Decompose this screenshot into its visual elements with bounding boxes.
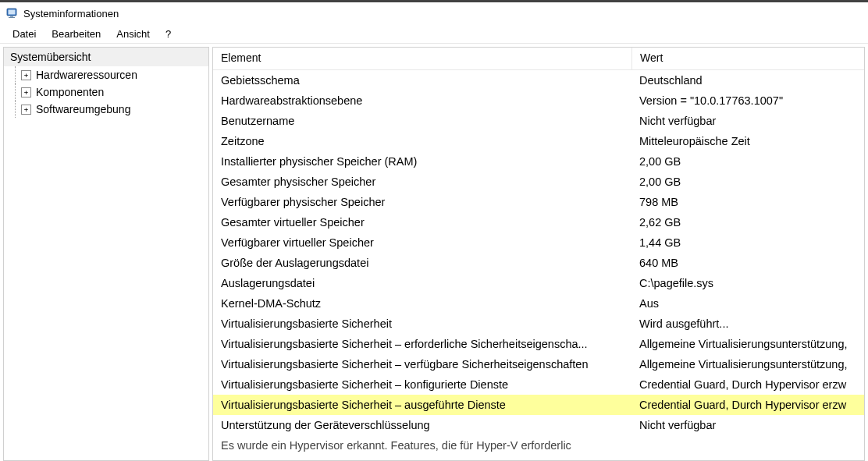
cell-element: Virtualisierungsbasierte Sicherheit – ve… — [213, 358, 631, 371]
cell-wert: Aus — [631, 297, 864, 310]
cell-wert: Credential Guard, Durch Hypervisor erzw — [631, 378, 864, 391]
cell-element: Hardwareabstraktionsebene — [213, 94, 631, 107]
cell-element: Unterstützung der Geräteverschlüsselung — [213, 419, 631, 431]
cell-wert: 798 MB — [631, 196, 864, 208]
cell-element: Virtualisierungsbasierte Sicherheit – ko… — [213, 378, 631, 391]
cell-wert: Credential Guard, Durch Hypervisor erzw — [631, 399, 864, 411]
cell-element: Es wurde ein Hypervisor erkannt. Feature… — [213, 439, 631, 452]
cell-wert: 2,00 GB — [631, 155, 864, 168]
svg-rect-1 — [9, 10, 16, 15]
menu-bar: Datei Bearbeiten Ansicht ? — [0, 24, 868, 43]
table-row[interactable]: Gesamter physischer Speicher2,00 GB — [213, 172, 864, 192]
col-header-element[interactable]: Element — [213, 48, 631, 69]
cell-wert: Allgemeine Virtualisierungsunterstützung… — [631, 358, 864, 371]
tree-pane[interactable]: Systemübersicht + Hardwareressourcen + K… — [3, 47, 209, 461]
table-row[interactable]: Virtualisierungsbasierte Sicherheit – au… — [213, 395, 864, 415]
cell-wert: Version = "10.0.17763.1007" — [631, 94, 864, 107]
cell-element: Auslagerungsdatei — [213, 277, 631, 289]
table-row[interactable]: Verfügbarer physischer Speicher798 MB — [213, 192, 864, 212]
list-body[interactable]: GebietsschemaDeutschlandHardwareabstrakt… — [213, 70, 864, 460]
table-row[interactable]: ZeitzoneMitteleuropäische Zeit — [213, 131, 864, 151]
tree-root[interactable]: Systemübersicht — [4, 48, 208, 66]
cell-element: Zeitzone — [213, 135, 631, 147]
cell-element: Gebietsschema — [213, 74, 631, 87]
tree-item-softwareumgebung[interactable]: + Softwareumgebung — [10, 101, 208, 118]
table-row[interactable]: BenutzernameNicht verfügbar — [213, 111, 864, 131]
cell-wert: C:\pagefile.sys — [631, 277, 864, 289]
cell-element: Verfügbarer physischer Speicher — [213, 196, 631, 208]
tree-line-icon — [10, 83, 21, 101]
table-row[interactable]: Verfügbarer virtueller Speicher1,44 GB — [213, 232, 864, 253]
cell-element: Virtualisierungsbasierte Sicherheit – au… — [213, 399, 631, 411]
table-row[interactable]: Installierter physischer Speicher (RAM)2… — [213, 151, 864, 172]
col-header-wert[interactable]: Wert — [631, 48, 864, 69]
cell-element: Installierter physischer Speicher (RAM) — [213, 155, 631, 168]
cell-wert: Nicht verfügbar — [631, 115, 864, 127]
cell-wert: Allgemeine Virtualisierungsunterstützung… — [631, 338, 864, 350]
menu-help[interactable]: ? — [158, 27, 179, 41]
cell-element: Größe der Auslagerungsdatei — [213, 257, 631, 269]
cell-element: Kernel-DMA-Schutz — [213, 297, 631, 310]
table-row[interactable]: HardwareabstraktionsebeneVersion = "10.0… — [213, 90, 864, 111]
cell-wert: Wird ausgeführt... — [631, 317, 864, 330]
svg-rect-2 — [10, 16, 13, 17]
tree-item-label: Hardwareressourcen — [36, 69, 137, 81]
menu-file[interactable]: Datei — [5, 27, 44, 41]
cell-wert: 2,62 GB — [631, 216, 864, 229]
tree-line-icon — [10, 66, 21, 83]
table-row[interactable]: Virtualisierungsbasierte Sicherheit – er… — [213, 334, 864, 354]
cell-wert: 2,00 GB — [631, 176, 864, 188]
table-row[interactable]: Es wurde ein Hypervisor erkannt. Feature… — [213, 435, 864, 456]
title-bar: Systeminformationen — [0, 0, 868, 24]
table-row[interactable]: Virtualisierungsbasierte Sicherheit – ko… — [213, 374, 864, 395]
cell-element: Verfügbarer virtueller Speicher — [213, 236, 631, 249]
tree-item-label: Komponenten — [36, 86, 104, 98]
tree-item-label: Softwareumgebung — [36, 103, 130, 115]
tree-expander-icon[interactable]: + — [21, 105, 31, 115]
app-icon — [6, 7, 19, 20]
table-row[interactable]: GebietsschemaDeutschland — [213, 70, 864, 90]
cell-wert: 640 MB — [631, 257, 864, 269]
tree-expander-icon[interactable]: + — [21, 70, 31, 80]
list-header: Element Wert — [213, 48, 864, 70]
cell-wert: 1,44 GB — [631, 236, 864, 249]
cell-element: Virtualisierungsbasierte Sicherheit – er… — [213, 338, 631, 350]
cell-element: Virtualisierungsbasierte Sicherheit — [213, 317, 631, 330]
table-row[interactable]: Unterstützung der GeräteverschlüsselungN… — [213, 415, 864, 435]
svg-rect-3 — [9, 17, 15, 18]
content-area: Systemübersicht + Hardwareressourcen + K… — [0, 43, 868, 461]
table-row[interactable]: AuslagerungsdateiC:\pagefile.sys — [213, 273, 864, 293]
cell-wert: Nicht verfügbar — [631, 419, 864, 431]
cell-element: Gesamter physischer Speicher — [213, 176, 631, 188]
menu-view[interactable]: Ansicht — [108, 27, 158, 41]
tree-expander-icon[interactable]: + — [21, 87, 31, 98]
cell-wert: Mitteleuropäische Zeit — [631, 135, 864, 147]
table-row[interactable]: Gesamter virtueller Speicher2,62 GB — [213, 212, 864, 232]
cell-wert: Deutschland — [631, 74, 864, 87]
tree-line-icon — [10, 101, 21, 118]
table-row[interactable]: Virtualisierungsbasierte Sicherheit – ve… — [213, 354, 864, 374]
tree-children: + Hardwareressourcen + Komponenten + Sof… — [4, 66, 208, 118]
cell-element: Gesamter virtueller Speicher — [213, 216, 631, 229]
table-row[interactable]: Virtualisierungsbasierte SicherheitWird … — [213, 314, 864, 334]
list-pane: Element Wert GebietsschemaDeutschlandHar… — [212, 47, 865, 461]
window-title: Systeminformationen — [23, 8, 119, 20]
table-row[interactable]: Größe der Auslagerungsdatei640 MB — [213, 253, 864, 273]
table-row[interactable]: Kernel-DMA-SchutzAus — [213, 293, 864, 314]
tree-item-komponenten[interactable]: + Komponenten — [10, 83, 208, 101]
tree-item-hardwareressourcen[interactable]: + Hardwareressourcen — [10, 66, 208, 83]
menu-edit[interactable]: Bearbeiten — [44, 27, 108, 41]
cell-element: Benutzername — [213, 115, 631, 127]
